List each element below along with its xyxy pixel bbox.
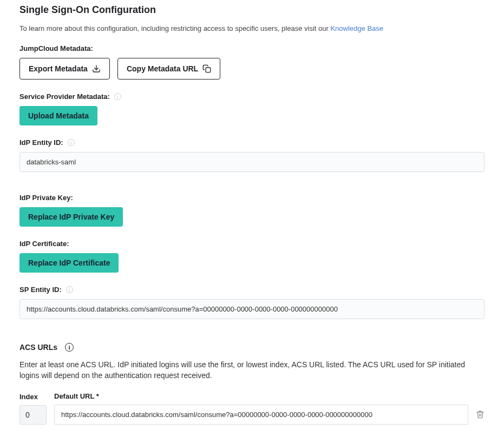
idp-private-key-section: IdP Private Key: Replace IdP Private Key [19, 194, 485, 227]
jumpcloud-metadata-section: JumpCloud Metadata: Export Metadata Copy… [19, 44, 485, 80]
acs-url-row: Index Default URL * [19, 392, 485, 425]
acs-index-input [19, 405, 47, 425]
idp-entity-id-section: IdP Entity ID: i [19, 138, 485, 172]
acs-urls-heading: ACS URLs [19, 343, 57, 352]
replace-idp-private-key-button[interactable]: Replace IdP Private Key [19, 207, 123, 227]
idp-entity-id-input[interactable] [19, 152, 485, 172]
replace-idp-private-key-label: Replace IdP Private Key [28, 213, 114, 221]
sp-entity-id-label: SP Entity ID: [19, 286, 62, 294]
acs-index-label: Index [19, 393, 47, 401]
acs-default-url-label: Default URL * [54, 392, 468, 400]
copy-metadata-url-label: Copy Metadata URL [127, 65, 198, 72]
acs-default-url-input[interactable] [54, 405, 468, 425]
info-icon[interactable]: i [114, 93, 121, 100]
knowledge-base-link[interactable]: Knowledge Base [330, 24, 383, 32]
info-icon[interactable]: i [65, 343, 74, 352]
export-metadata-label: Export Metadata [29, 65, 88, 72]
page-title: Single Sign-On Configuration [19, 4, 485, 16]
idp-entity-id-label: IdP Entity ID: [19, 138, 63, 147]
replace-idp-certificate-label: Replace IdP Certificate [28, 259, 110, 267]
info-icon[interactable]: i [66, 286, 73, 293]
sp-metadata-section: Service Provider Metadata: i Upload Meta… [19, 92, 485, 125]
idp-certificate-label: IdP Certificate: [19, 240, 69, 248]
sp-entity-id-input[interactable] [19, 299, 485, 319]
idp-certificate-section: IdP Certificate: Replace IdP Certificate [19, 240, 485, 273]
replace-idp-certificate-button[interactable]: Replace IdP Certificate [19, 253, 119, 273]
trash-icon [476, 409, 485, 419]
intro-prefix: To learn more about this configuration, … [19, 24, 330, 32]
acs-urls-description: Enter at least one ACS URL. IdP initiate… [19, 359, 485, 381]
idp-private-key-label: IdP Private Key: [19, 194, 73, 202]
sp-entity-id-section: SP Entity ID: i [19, 286, 485, 319]
jumpcloud-metadata-label: JumpCloud Metadata: [19, 44, 93, 52]
download-icon [92, 64, 101, 73]
info-icon[interactable]: i [68, 139, 75, 146]
intro-text: To learn more about this configuration, … [19, 24, 485, 32]
copy-icon [202, 64, 211, 73]
copy-metadata-url-button[interactable]: Copy Metadata URL [117, 58, 220, 80]
delete-acs-url-button[interactable] [476, 409, 485, 425]
upload-metadata-label: Upload Metadata [28, 112, 89, 120]
sp-metadata-label: Service Provider Metadata: [19, 92, 110, 101]
acs-urls-header: ACS URLs i [19, 343, 485, 352]
svg-rect-1 [206, 68, 211, 72]
upload-metadata-button[interactable]: Upload Metadata [19, 106, 97, 125]
export-metadata-button[interactable]: Export Metadata [19, 58, 110, 80]
